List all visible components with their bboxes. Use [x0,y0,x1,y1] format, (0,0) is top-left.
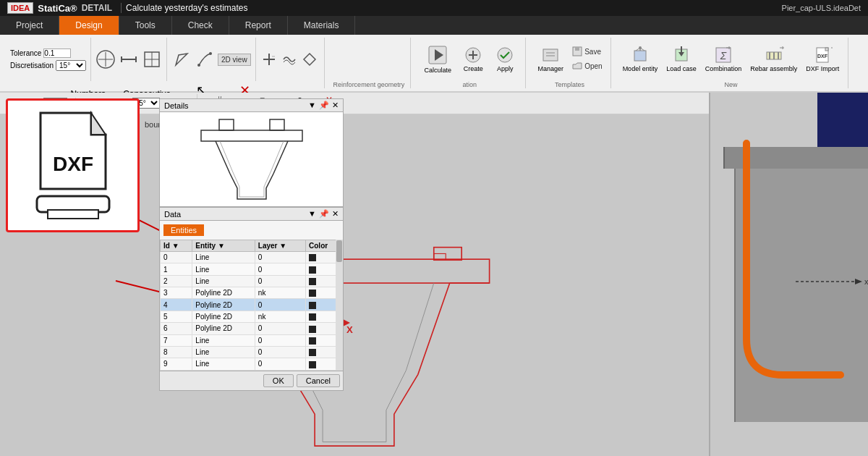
new-btns: Model entity Load case Σ Combination [620,38,843,80]
table-row[interactable]: 5 Polyline 2D nk [161,311,343,322]
line-draw-btn[interactable] [195,49,215,69]
create-btn[interactable]: Create [459,43,488,74]
load-case-btn[interactable]: Load case [663,43,699,74]
svg-text:DXF: DXF [53,153,93,175]
details-close-btn[interactable]: ✕ [332,101,339,110]
svg-point-10 [197,64,200,67]
grid-btn[interactable] [142,49,162,69]
details-panel: Details ▼ 📌 ✕ [159,98,344,207]
data-collapse-btn[interactable]: ▼ [308,209,316,219]
orientation-icon [95,49,116,69]
tab-report[interactable]: Report [229,16,288,35]
svg-rect-67 [201,130,302,141]
cell-entity: Line [192,346,255,358]
model-entity-btn[interactable]: Model entity [620,43,661,74]
svg-line-30 [640,48,644,51]
data-pin-btn[interactable]: 📌 [319,209,329,219]
table-row[interactable]: 3 Polyline 2D nk [161,287,343,299]
entities-table: Id ▼ Entity ▼ Layer ▼ Color 0 Line 0 1 L… [160,240,343,371]
svg-point-20 [498,48,512,62]
data-close-btn[interactable]: ✕ [332,209,339,219]
view-2d-label: 2D view [218,54,251,66]
table-row[interactable]: 6 Polyline 2D 0 [161,323,343,334]
cross1-btn[interactable] [260,51,278,68]
details-title: Details [164,101,189,110]
tab-tools[interactable]: Tools [119,16,172,35]
cell-layer: 0 [255,346,305,358]
table-row[interactable]: 1 Line 0 [161,263,343,275]
draw-btn[interactable] [171,49,192,69]
ribbon-group-new: Model entity Load case Σ Combination [614,38,849,88]
view-2d-btn[interactable]: 2D view [218,54,251,66]
cancel-btn[interactable]: Cancel [297,374,340,387]
main-content: Tolerance Discretisation 15° XYZ # Numbe… [0,93,868,456]
open-btn[interactable]: Open [569,59,604,72]
combination-icon: Σ [713,45,733,65]
dxf-import-btn[interactable]: DXF DXF Import [803,43,842,74]
templates-btns: Manager Save Open [535,38,604,80]
table-row[interactable]: 7 Line 0 [161,334,343,346]
rebar-assembly-btn[interactable]: Rebar assembly [747,43,800,74]
canvas-area[interactable]: Tolerance Discretisation 15° XYZ # Numbe… [0,93,709,456]
right-panel: x [709,93,868,456]
shape-icon [301,51,318,68]
calculate-btn[interactable]: Calculate [420,42,456,75]
ribbon: Tolerance Discretisation 15° [0,35,868,93]
open-label: Open [584,62,602,70]
cross1-icon [260,51,278,68]
tab-materials[interactable]: Materials [288,16,356,35]
cell-entity: Polyline 2D [192,311,255,322]
dxf-import-label: DXF Import [806,65,839,72]
ribbon-group-settings: Tolerance Discretisation 15° [4,38,325,88]
reinforcement-group-label: Reinforcement geometry [333,80,405,88]
table-row[interactable]: 2 Line 0 [161,275,343,287]
col-entity: Entity ▼ [192,240,255,252]
model-entity-label: Model entity [623,65,658,72]
cell-id: 9 [161,358,192,370]
manager-btn[interactable]: Manager [535,43,566,74]
measure-btn[interactable] [119,49,139,69]
save-label: Save [584,48,601,56]
orientation-icon-btn[interactable] [95,49,116,69]
svg-point-11 [209,52,212,55]
separator-3 [255,38,256,81]
draw-icon [171,49,192,69]
discretisation-select[interactable]: 15° [56,60,86,71]
svg-rect-53 [48,210,98,219]
shape-btn[interactable] [301,51,318,68]
cell-entity: Line [192,358,255,370]
table-scrollbar[interactable] [336,240,343,371]
details-collapse-btn[interactable]: ▼ [308,101,316,110]
subtitle: Calculate yesterday's estimates [121,3,247,13]
title-bar: IDEA StatiCa® DETAIL Calculate yesterday… [0,0,868,16]
combination-btn[interactable]: Σ Combination [702,43,745,74]
details-pin-btn[interactable]: 📌 [319,101,329,110]
table-row[interactable]: 0 Line 0 [161,252,343,263]
table-row[interactable]: 9 Line 0 [161,358,343,370]
svg-marker-69 [855,279,862,284]
product-name: StatiCa® [38,3,77,14]
ribbon-group-templates: Manager Save Open Templates [529,38,610,88]
tab-design[interactable]: Design [59,16,119,35]
dxf-document-svg: DXF [33,109,113,193]
apply-btn[interactable]: Apply [490,43,519,74]
tab-project[interactable]: Project [0,16,59,35]
ok-btn[interactable]: OK [263,374,294,387]
svg-rect-66 [270,119,284,130]
table-row[interactable]: 4 Polyline 2D 0 [161,299,343,311]
tolerance-input[interactable] [43,48,71,58]
details-preview-svg [179,116,324,203]
cell-id: 0 [161,252,192,263]
svg-rect-25 [575,47,579,51]
cell-entity: Line [192,334,255,346]
tab-check[interactable]: Check [172,16,229,35]
tolerance-row: Tolerance [10,48,86,58]
discretisation-row: Discretisation 15° [10,60,86,71]
table-row[interactable]: 8 Line 0 [161,346,343,358]
module-name: DETAIL [82,3,112,13]
save-btn[interactable]: Save [569,45,604,58]
entities-tab[interactable]: Entities [163,224,204,236]
cell-layer: 0 [255,299,305,311]
wavy-btn[interactable] [281,51,298,68]
save-icon [571,46,583,57]
